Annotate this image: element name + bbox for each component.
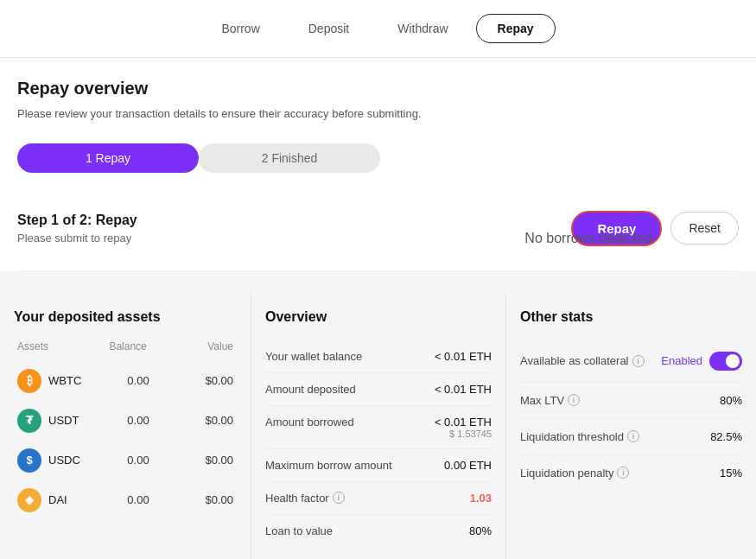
overview-row-borrowed: Amount borrowed < 0.01 ETH $ 1.53745 xyxy=(265,406,492,449)
max-ltv-value: 80% xyxy=(720,394,742,407)
page-description: Please review your transaction details t… xyxy=(17,105,739,123)
wbtc-icon: ₿ xyxy=(17,369,41,393)
max-borrow-label: Maximum borrow amount xyxy=(265,459,392,472)
usdt-value: $0.00 xyxy=(190,414,233,427)
wbtc-balance: 0.00 xyxy=(117,374,160,387)
step-1-pill[interactable]: 1 Repay xyxy=(17,143,199,173)
step-2-pill[interactable]: 2 Finished xyxy=(199,143,380,173)
asset-row-wbtc: ₿ WBTC 0.00 $0.00 xyxy=(14,361,237,401)
usdc-name: USDC xyxy=(48,454,80,467)
overview-title: Overview xyxy=(265,309,492,325)
liq-penalty-label: Liquidation penalty i xyxy=(520,467,629,480)
collateral-label: Available as collateral i xyxy=(520,354,645,367)
step-2-label: 2 Finished xyxy=(262,151,318,165)
asset-left-dai: ◈ DAI xyxy=(17,488,86,512)
dai-value: $0.00 xyxy=(190,493,233,506)
step-1-label: 1 Repay xyxy=(86,151,130,165)
collateral-value: Enabled xyxy=(661,352,742,371)
wallet-balance-value: < 0.01 ETH xyxy=(435,350,492,363)
max-ltv-info-icon[interactable]: i xyxy=(568,394,580,406)
liq-penalty-value: 15% xyxy=(720,467,742,480)
liq-threshold-value: 82.5% xyxy=(710,430,742,443)
liq-penalty-info-icon[interactable]: i xyxy=(617,467,629,479)
collateral-toggle[interactable] xyxy=(709,352,742,371)
tab-withdraw[interactable]: Withdraw xyxy=(377,14,468,43)
amount-deposited-value: < 0.01 ETH xyxy=(435,383,492,396)
reset-button[interactable]: Reset xyxy=(670,212,739,245)
health-factor-label: Health factor i xyxy=(265,492,345,505)
amount-deposited-label: Amount deposited xyxy=(265,383,356,396)
step-heading: Step 1 of 2: Repay xyxy=(17,213,137,228)
dai-balance: 0.00 xyxy=(117,493,160,506)
dai-icon: ◈ xyxy=(17,488,41,512)
asset-left-usdc: $ USDC xyxy=(17,448,86,473)
amount-borrowed-sub: $ 1.53745 xyxy=(435,429,492,439)
overview-row-deposited: Amount deposited < 0.01 ETH xyxy=(265,373,492,406)
deposited-assets-panel: Your deposited assets Assets Balance Val… xyxy=(0,292,251,560)
usdt-name: USDT xyxy=(48,414,79,427)
step-progress: 1 Repay 2 Finished xyxy=(17,143,739,173)
deposited-assets-title: Your deposited assets xyxy=(14,309,237,325)
loan-to-value-label: Loan to value xyxy=(265,524,333,537)
loan-to-value-value: 80% xyxy=(469,524,492,537)
overview-row-ltv: Loan to value 80% xyxy=(265,515,492,547)
stats-row-liq-threshold: Liquidation threshold i 82.5% xyxy=(520,419,742,455)
collateral-enabled-text: Enabled xyxy=(661,354,702,367)
usdc-balance: 0.00 xyxy=(117,454,160,467)
stats-row-collateral: Available as collateral i Enabled xyxy=(520,340,742,383)
assets-header: Assets Balance Value xyxy=(14,340,237,353)
stats-row-max-ltv: Max LTV i 80% xyxy=(520,383,742,419)
asset-row-dai: ◈ DAI 0.00 $0.00 xyxy=(14,480,237,520)
stats-row-liq-penalty: Liquidation penalty i 15% xyxy=(520,455,742,491)
overview-row-max-borrow: Maximum borrow amount 0.00 ETH xyxy=(265,449,492,482)
tab-repay[interactable]: Repay xyxy=(476,14,556,43)
col-assets: Assets xyxy=(17,340,48,353)
no-borrows-text: No borrows detected xyxy=(524,231,652,246)
tab-deposit[interactable]: Deposit xyxy=(288,14,370,43)
page-title: Repay overview xyxy=(17,79,739,98)
wallet-balance-label: Your wallet balance xyxy=(265,350,362,363)
tab-borrow[interactable]: Borrow xyxy=(200,14,280,43)
max-borrow-value: 0.00 ETH xyxy=(444,459,492,472)
collateral-info-icon[interactable]: i xyxy=(632,355,645,367)
usdc-value: $0.00 xyxy=(190,454,233,467)
usdc-icon: $ xyxy=(17,448,41,473)
wbtc-value: $0.00 xyxy=(190,374,233,387)
overview-row-health: Health factor i 1.03 xyxy=(265,482,492,515)
asset-left-usdt: ₮ USDT xyxy=(17,409,86,433)
col-value: Value xyxy=(207,340,233,353)
overview-panel: Overview Your wallet balance < 0.01 ETH … xyxy=(251,292,505,560)
health-factor-info-icon[interactable]: i xyxy=(333,492,345,504)
bottom-section: Your deposited assets Assets Balance Val… xyxy=(0,292,756,560)
other-stats-panel: Other stats Available as collateral i En… xyxy=(505,292,756,560)
step-info: Step 1 of 2: Repay Please submit to repa… xyxy=(17,213,137,245)
step-subtext: Please submit to repay xyxy=(17,232,137,245)
asset-row-usdt: ₮ USDT 0.00 $0.00 xyxy=(14,401,237,441)
asset-row-usdc: $ USDC 0.00 $0.00 xyxy=(14,441,237,480)
liq-threshold-info-icon[interactable]: i xyxy=(627,430,639,442)
max-ltv-label: Max LTV i xyxy=(520,394,580,407)
col-balance: Balance xyxy=(109,340,146,353)
health-factor-value: 1.03 xyxy=(470,492,492,505)
dai-name: DAI xyxy=(48,493,67,506)
asset-left-wbtc: ₿ WBTC xyxy=(17,369,86,393)
amount-borrowed-label: Amount borrowed xyxy=(265,416,354,429)
wbtc-name: WBTC xyxy=(48,374,81,387)
usdt-icon: ₮ xyxy=(17,409,41,433)
other-stats-title: Other stats xyxy=(520,309,742,325)
amount-borrowed-value: < 0.01 ETH $ 1.53745 xyxy=(435,416,492,439)
overview-row-wallet: Your wallet balance < 0.01 ETH xyxy=(265,340,492,373)
top-nav: Borrow Deposit Withdraw Repay xyxy=(0,0,756,58)
usdt-balance: 0.00 xyxy=(117,414,160,427)
liq-threshold-label: Liquidation threshold i xyxy=(520,430,639,443)
